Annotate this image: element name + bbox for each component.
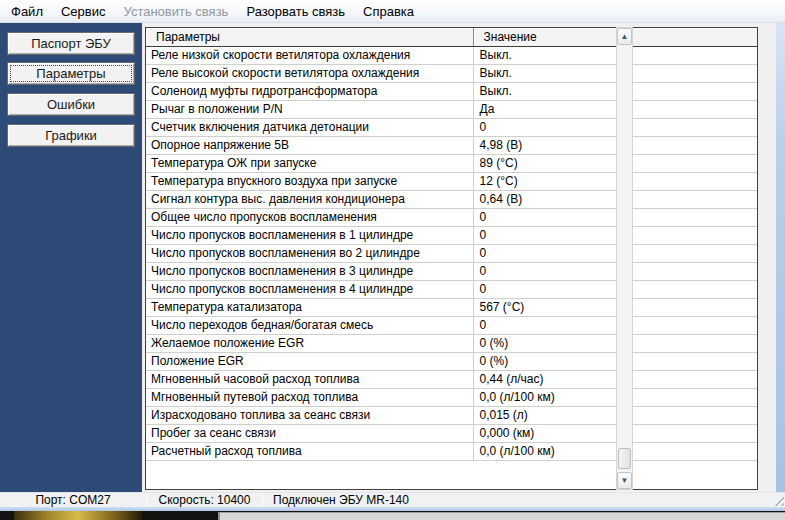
- table-row[interactable]: Положение EGR 0 (%): [146, 352, 757, 370]
- param-value: 0,0 (л/100 км): [473, 388, 757, 406]
- table-row[interactable]: Реле высокой скорости ветилятора охлажде…: [146, 64, 757, 82]
- table-row[interactable]: Число пропусков воспламенения в 1 цилинд…: [146, 226, 757, 244]
- desktop-image-fragment: [14, 511, 142, 520]
- table-row[interactable]: Расчетный расход топлива 0,0 (л/100 км): [146, 442, 757, 460]
- table-header-row: Параметры Значение: [146, 28, 757, 46]
- parameters-list: Параметры Значение Реле низкой скорости …: [145, 27, 758, 490]
- param-name: Число пропусков воспламенения в 3 цилинд…: [146, 262, 473, 280]
- param-value: 0,64 (В): [473, 190, 757, 208]
- param-name: Положение EGR: [146, 352, 473, 370]
- param-name: Температура впускного воздуха при запуск…: [146, 172, 473, 190]
- sidebar-button-ecu-passport[interactable]: Паспорт ЭБУ: [7, 32, 135, 55]
- menu-item-disconnect[interactable]: Разорвать связь: [237, 0, 354, 22]
- sidebar: Паспорт ЭБУ Параметры Ошибки Графики: [0, 23, 142, 492]
- scroll-up-icon: ▲: [621, 33, 629, 41]
- vertical-scrollbar[interactable]: ▲ ▼: [616, 27, 633, 490]
- table-row[interactable]: Общее число пропусков воспламенения 0: [146, 208, 757, 226]
- sidebar-button-parameters[interactable]: Параметры: [7, 62, 135, 85]
- table-row[interactable]: Температура впускного воздуха при запуск…: [146, 172, 757, 190]
- param-name: Счетчик включения датчика детонации: [146, 118, 473, 136]
- param-value: 567 (°C): [473, 298, 757, 316]
- table-row[interactable]: Опорное напряжение 5В 4,98 (В): [146, 136, 757, 154]
- main-area: Паспорт ЭБУ Параметры Ошибки Графики Пар…: [0, 23, 785, 492]
- sidebar-button-graphs[interactable]: Графики: [7, 124, 135, 147]
- menu-item-connect: Установить связь: [115, 0, 238, 22]
- param-name: Общее число пропусков воспламенения: [146, 208, 473, 226]
- param-value: 0: [473, 208, 757, 226]
- table-row[interactable]: Рычаг в положении P/N Да: [146, 100, 757, 118]
- menu-item-service[interactable]: Сервис: [52, 0, 115, 22]
- window-frame-right: [776, 23, 785, 507]
- param-name: Температура катализатора: [146, 298, 473, 316]
- param-name: Реле высокой скорости ветилятора охлажде…: [146, 64, 473, 82]
- param-value: 0,0 (л/100 км): [473, 442, 757, 460]
- param-value: 0,44 (л/час): [473, 370, 757, 388]
- scroll-up-button[interactable]: ▲: [617, 28, 632, 45]
- column-header-parameters[interactable]: Параметры: [146, 28, 473, 46]
- param-value: 0: [473, 316, 757, 334]
- param-name: Число переходов бедная/богатая смесь: [146, 316, 473, 334]
- sidebar-button-errors[interactable]: Ошибки: [7, 93, 135, 116]
- menu-item-help[interactable]: Справка: [354, 0, 423, 22]
- scroll-down-button[interactable]: ▼: [617, 472, 632, 489]
- param-value: 0 (%): [473, 352, 757, 370]
- table-row[interactable]: Число пропусков воспламенения во 2 цилин…: [146, 244, 757, 262]
- param-name: Число пропусков воспламенения в 4 цилинд…: [146, 280, 473, 298]
- param-value: 0,000 (км): [473, 424, 757, 442]
- param-value: Да: [473, 100, 757, 118]
- menu-item-file[interactable]: Файл: [2, 0, 52, 22]
- param-name: Температура ОЖ при запуске: [146, 154, 473, 172]
- parameters-table: Параметры Значение Реле низкой скорости …: [146, 28, 757, 461]
- param-name: Опорное напряжение 5В: [146, 136, 473, 154]
- param-value: 89 (°C): [473, 154, 757, 172]
- table-row[interactable]: Сигнал контура выс. давления кондиционер…: [146, 190, 757, 208]
- table-row[interactable]: Число пропусков воспламенения в 4 цилинд…: [146, 280, 757, 298]
- status-panel-speed: Скорость: 10400: [147, 493, 262, 507]
- param-value: 0: [473, 244, 757, 262]
- table-row[interactable]: Температура ОЖ при запуске 89 (°C): [146, 154, 757, 172]
- param-name: Расчетный расход топлива: [146, 442, 473, 460]
- table-row[interactable]: Желаемое положение EGR 0 (%): [146, 334, 757, 352]
- table-row[interactable]: Температура катализатора 567 (°C): [146, 298, 757, 316]
- status-panel-connection: Подключен ЭБУ MR-140: [263, 493, 785, 507]
- desktop-strip: [0, 511, 785, 520]
- param-name: Желаемое положение EGR: [146, 334, 473, 352]
- param-name: Сигнал контура выс. давления кондиционер…: [146, 190, 473, 208]
- param-value: 0: [473, 226, 757, 244]
- param-name: Число пропусков воспламенения во 2 цилин…: [146, 244, 473, 262]
- param-value: 0: [473, 118, 757, 136]
- param-value: 0: [473, 262, 757, 280]
- param-value: 4,98 (В): [473, 136, 757, 154]
- column-header-value[interactable]: Значение: [473, 28, 757, 46]
- table-row[interactable]: Мгновенный часовой расход топлива 0,44 (…: [146, 370, 757, 388]
- param-value: 0,015 (л): [473, 406, 757, 424]
- status-panel-port: Порт: COM27: [0, 493, 146, 507]
- param-name: Мгновенный путевой расход топлива: [146, 388, 473, 406]
- param-value: Выкл.: [473, 64, 757, 82]
- status-bar: Порт: COM27 Скорость: 10400 Подключен ЭБ…: [0, 492, 785, 507]
- scrollbar-thumb[interactable]: [618, 448, 631, 469]
- table-row[interactable]: Реле низкой скорости ветилятора охлажден…: [146, 46, 757, 64]
- table-row[interactable]: Счетчик включения датчика детонации 0: [146, 118, 757, 136]
- param-name: Пробег за сеанс связи: [146, 424, 473, 442]
- table-row[interactable]: Пробег за сеанс связи 0,000 (км): [146, 424, 757, 442]
- param-name: Число пропусков воспламенения в 1 цилинд…: [146, 226, 473, 244]
- table-row[interactable]: Соленоид муфты гидротрансформатора Выкл.: [146, 82, 757, 100]
- param-name: Израсходовано топлива за сеанс связи: [146, 406, 473, 424]
- table-row[interactable]: Число переходов бедная/богатая смесь 0: [146, 316, 757, 334]
- table-row[interactable]: Израсходовано топлива за сеанс связи 0,0…: [146, 406, 757, 424]
- param-name: Рычаг в положении P/N: [146, 100, 473, 118]
- param-value: Выкл.: [473, 46, 757, 64]
- param-value: Выкл.: [473, 82, 757, 100]
- background-window-fragment: [218, 512, 785, 520]
- param-name: Мгновенный часовой расход топлива: [146, 370, 473, 388]
- param-name: Реле низкой скорости ветилятора охлажден…: [146, 46, 473, 64]
- param-name: Соленоид муфты гидротрансформатора: [146, 82, 473, 100]
- table-row[interactable]: Мгновенный путевой расход топлива 0,0 (л…: [146, 388, 757, 406]
- param-value: 0: [473, 280, 757, 298]
- param-value: 0 (%): [473, 334, 757, 352]
- table-row[interactable]: Число пропусков воспламенения в 3 цилинд…: [146, 262, 757, 280]
- param-value: 12 (°C): [473, 172, 757, 190]
- scroll-down-icon: ▼: [621, 477, 629, 485]
- menu-bar: Файл Сервис Установить связь Разорвать с…: [0, 0, 785, 23]
